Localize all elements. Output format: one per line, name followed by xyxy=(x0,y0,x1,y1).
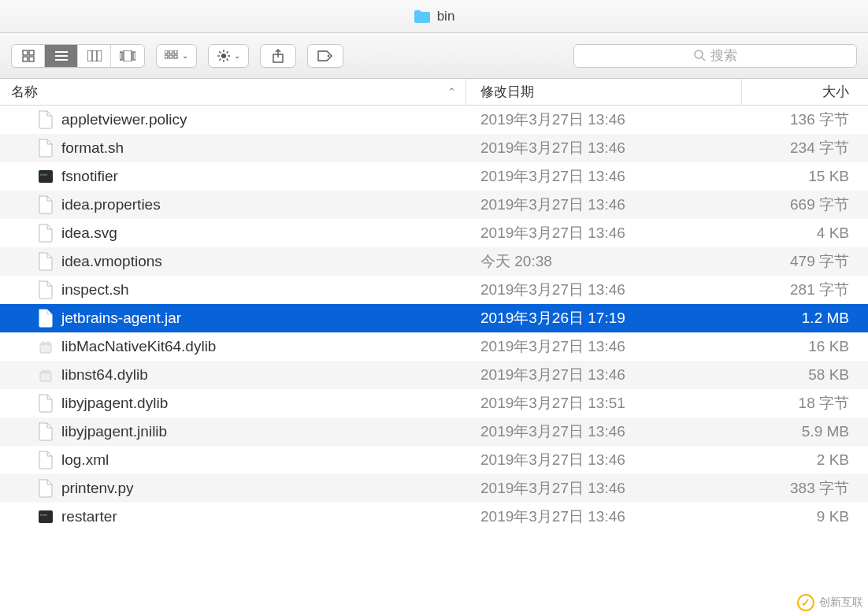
file-icon xyxy=(38,110,54,129)
svg-rect-3 xyxy=(29,57,34,61)
svg-point-40 xyxy=(46,370,50,373)
svg-rect-38 xyxy=(40,372,51,381)
file-size: 281 字节 xyxy=(742,280,868,300)
svg-rect-18 xyxy=(174,55,177,58)
svg-line-27 xyxy=(227,51,228,53)
file-name: log.xml xyxy=(61,451,109,469)
file-date: 2019年3月27日 13:46 xyxy=(466,478,742,499)
tags-button[interactable] xyxy=(307,44,343,68)
file-name: appletviewer.policy xyxy=(61,111,187,128)
file-icon xyxy=(38,309,54,328)
chevron-down-icon: ⌄ xyxy=(234,51,240,60)
folder-icon xyxy=(414,9,431,24)
svg-point-19 xyxy=(221,54,226,58)
file-row[interactable]: format.sh2019年3月27日 13:46234 字节 xyxy=(0,134,868,162)
column-name-label: 名称 xyxy=(11,83,38,101)
file-row[interactable]: exec restarter2019年3月27日 13:469 KB xyxy=(0,503,868,531)
file-name-cell: log.xml xyxy=(0,451,466,469)
file-date: 2019年3月27日 13:46 xyxy=(466,421,742,442)
svg-line-32 xyxy=(702,58,705,61)
svg-point-39 xyxy=(42,370,45,373)
column-header-row: 名称 ⌃ 修改日期 大小 xyxy=(0,79,868,106)
svg-rect-5 xyxy=(55,55,68,57)
file-name-cell: exec fsnotifier xyxy=(0,167,466,186)
file-size: 383 字节 xyxy=(742,478,868,499)
watermark-text: 创新互联 xyxy=(819,596,863,610)
file-icon xyxy=(38,422,54,441)
sort-ascending-icon: ⌃ xyxy=(447,86,456,98)
svg-rect-6 xyxy=(55,59,68,61)
file-name: restarter xyxy=(61,508,117,525)
file-row[interactable]: idea.vmoptions今天 20:38479 字节 xyxy=(0,247,868,276)
svg-rect-1 xyxy=(29,50,34,55)
file-row[interactable]: libyjpagent.dylib2019年3月27日 13:5118 字节 xyxy=(0,389,868,417)
svg-rect-7 xyxy=(87,50,102,61)
file-name: libnst64.dylib xyxy=(61,366,148,384)
file-name-cell: idea.svg xyxy=(0,224,466,243)
view-gallery-button[interactable] xyxy=(111,45,144,67)
watermark: ✓ 创新互联 xyxy=(797,594,863,611)
file-name-cell: libnst64.dylib xyxy=(0,366,466,384)
file-name-cell: libyjpagent.jnilib xyxy=(0,422,466,441)
view-column-button[interactable] xyxy=(78,45,111,67)
svg-rect-12 xyxy=(133,52,135,60)
file-row[interactable]: log.xml2019年3月27日 13:462 KB xyxy=(0,446,868,474)
file-date: 2019年3月27日 13:46 xyxy=(466,109,742,130)
action-menu-button[interactable]: ⌄ xyxy=(208,44,249,68)
svg-point-36 xyxy=(42,342,45,345)
share-button[interactable] xyxy=(260,44,296,68)
file-row[interactable]: inspect.sh2019年3月27日 13:46281 字节 xyxy=(0,276,868,304)
file-name: idea.svg xyxy=(61,225,117,242)
svg-rect-16 xyxy=(165,55,168,58)
file-list: appletviewer.policy2019年3月27日 13:46136 字… xyxy=(0,106,868,531)
svg-rect-17 xyxy=(169,55,172,58)
file-row[interactable]: idea.properties2019年3月27日 13:46669 字节 xyxy=(0,191,868,219)
file-date: 2019年3月27日 13:46 xyxy=(466,280,742,300)
file-row[interactable]: jetbrains-agent.jar2019年3月26日 17:191.2 M… xyxy=(0,304,868,332)
file-name-cell: inspect.sh xyxy=(0,280,466,299)
file-name-cell: format.sh xyxy=(0,139,466,158)
svg-rect-4 xyxy=(55,51,68,53)
toolbar: ⌄ ⌄ 搜索 xyxy=(0,33,868,79)
svg-rect-11 xyxy=(124,50,132,61)
exec-icon: exec xyxy=(38,507,54,526)
file-size: 16 KB xyxy=(742,338,868,355)
file-date: 今天 20:38 xyxy=(466,251,742,272)
watermark-badge-icon: ✓ xyxy=(797,594,814,611)
search-icon xyxy=(694,50,706,61)
search-input[interactable]: 搜索 xyxy=(573,44,857,68)
file-row[interactable]: appletviewer.policy2019年3月27日 13:46136 字… xyxy=(0,106,868,134)
file-date: 2019年3月26日 17:19 xyxy=(466,308,742,328)
svg-rect-15 xyxy=(174,50,177,54)
file-size: 5.9 MB xyxy=(742,423,868,440)
svg-point-30 xyxy=(328,54,330,57)
file-size: 234 字节 xyxy=(742,138,868,158)
file-row[interactable]: libMacNativeKit64.dylib2019年3月27日 13:461… xyxy=(0,332,868,361)
svg-line-25 xyxy=(227,58,228,60)
column-header-date[interactable]: 修改日期 xyxy=(466,79,742,105)
titlebar: bin xyxy=(0,0,868,33)
svg-text:exec: exec xyxy=(40,173,48,176)
file-row[interactable]: exec fsnotifier2019年3月27日 13:4615 KB xyxy=(0,162,868,191)
column-header-size[interactable]: 大小 xyxy=(742,79,868,105)
arrange-button[interactable]: ⌄ xyxy=(156,44,197,68)
file-size: 9 KB xyxy=(742,508,868,525)
file-row[interactable]: printenv.py2019年3月27日 13:46383 字节 xyxy=(0,474,868,503)
file-size: 1.2 MB xyxy=(742,310,868,327)
file-name-cell: printenv.py xyxy=(0,479,466,498)
svg-rect-14 xyxy=(169,50,172,54)
file-icon xyxy=(38,479,54,498)
file-date: 2019年3月27日 13:51 xyxy=(466,393,742,414)
file-icon xyxy=(38,394,54,413)
column-date-label: 修改日期 xyxy=(480,83,534,101)
file-row[interactable]: libyjpagent.jnilib2019年3月27日 13:465.9 MB xyxy=(0,417,868,446)
view-list-button[interactable] xyxy=(45,45,78,67)
file-icon xyxy=(38,252,54,271)
file-name: libyjpagent.jnilib xyxy=(61,423,167,440)
svg-rect-35 xyxy=(40,343,51,353)
column-header-name[interactable]: 名称 ⌃ xyxy=(0,79,466,105)
file-row[interactable]: libnst64.dylib2019年3月27日 13:4658 KB xyxy=(0,361,868,389)
file-row[interactable]: idea.svg2019年3月27日 13:464 KB xyxy=(0,219,868,247)
file-size: 58 KB xyxy=(742,366,868,384)
view-icon-button[interactable] xyxy=(12,45,45,67)
